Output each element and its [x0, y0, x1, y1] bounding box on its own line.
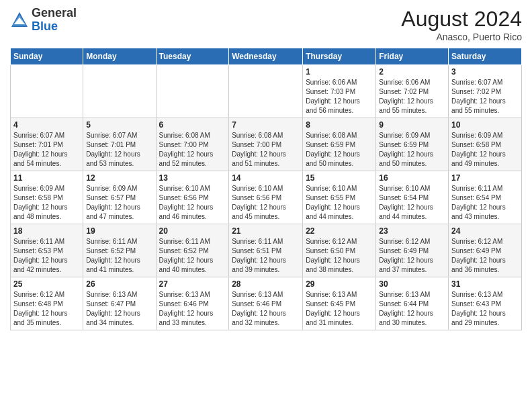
day-info: Sunrise: 6:13 AM Sunset: 6:47 PM Dayligh… [86, 290, 152, 328]
day-number: 1 [306, 67, 373, 77]
day-number: 6 [159, 120, 226, 130]
logo-icon [10, 11, 29, 30]
day-number: 25 [13, 279, 80, 289]
day-info: Sunrise: 6:09 AM Sunset: 6:58 PM Dayligh… [451, 131, 519, 169]
day-number: 19 [86, 226, 152, 236]
calendar-cell [229, 65, 303, 118]
calendar-cell: 11Sunrise: 6:09 AM Sunset: 6:58 PM Dayli… [11, 171, 83, 224]
calendar-cell: 25Sunrise: 6:12 AM Sunset: 6:48 PM Dayli… [11, 277, 83, 330]
calendar-cell: 21Sunrise: 6:11 AM Sunset: 6:51 PM Dayli… [229, 224, 303, 277]
day-number: 26 [86, 279, 152, 289]
day-number: 7 [232, 120, 300, 130]
day-number: 12 [86, 173, 152, 183]
day-info: Sunrise: 6:11 AM Sunset: 6:51 PM Dayligh… [232, 237, 300, 275]
weekday-header-thursday: Thursday [303, 48, 376, 65]
page: General Blue August 2024 Anasco, Puerto … [0, 0, 532, 411]
weekday-header-saturday: Saturday [449, 48, 522, 65]
logo: General Blue [10, 7, 77, 34]
calendar-cell: 4Sunrise: 6:07 AM Sunset: 7:01 PM Daylig… [11, 118, 83, 171]
day-info: Sunrise: 6:08 AM Sunset: 7:00 PM Dayligh… [232, 131, 300, 169]
weekday-header-tuesday: Tuesday [156, 48, 229, 65]
weekday-header-friday: Friday [376, 48, 449, 65]
day-number: 22 [306, 226, 373, 236]
calendar-cell: 27Sunrise: 6:13 AM Sunset: 6:46 PM Dayli… [156, 277, 229, 330]
calendar-cell: 29Sunrise: 6:13 AM Sunset: 6:45 PM Dayli… [303, 277, 376, 330]
day-info: Sunrise: 6:13 AM Sunset: 6:46 PM Dayligh… [159, 290, 226, 328]
day-info: Sunrise: 6:11 AM Sunset: 6:53 PM Dayligh… [13, 237, 80, 275]
day-info: Sunrise: 6:08 AM Sunset: 7:00 PM Dayligh… [159, 131, 226, 169]
title-block: August 2024 Anasco, Puerto Rico [401, 7, 522, 42]
day-info: Sunrise: 6:13 AM Sunset: 6:43 PM Dayligh… [451, 290, 519, 328]
day-number: 16 [379, 173, 445, 183]
weekday-header-sunday: Sunday [11, 48, 83, 65]
day-number: 30 [379, 279, 445, 289]
day-number: 21 [232, 226, 300, 236]
day-number: 23 [379, 226, 445, 236]
calendar-cell: 22Sunrise: 6:12 AM Sunset: 6:50 PM Dayli… [303, 224, 376, 277]
calendar-cell: 20Sunrise: 6:11 AM Sunset: 6:52 PM Dayli… [156, 224, 229, 277]
day-number: 9 [379, 120, 445, 130]
weekday-header-monday: Monday [83, 48, 156, 65]
calendar-cell: 3Sunrise: 6:07 AM Sunset: 7:02 PM Daylig… [449, 65, 522, 118]
day-info: Sunrise: 6:06 AM Sunset: 7:02 PM Dayligh… [379, 78, 445, 116]
day-number: 24 [451, 226, 519, 236]
calendar-cell [156, 65, 229, 118]
day-number: 8 [306, 120, 373, 130]
calendar: SundayMondayTuesdayWednesdayThursdayFrid… [10, 48, 522, 330]
day-info: Sunrise: 6:10 AM Sunset: 6:56 PM Dayligh… [232, 184, 300, 222]
header: General Blue August 2024 Anasco, Puerto … [10, 7, 522, 42]
day-info: Sunrise: 6:10 AM Sunset: 6:56 PM Dayligh… [159, 184, 226, 222]
day-info: Sunrise: 6:09 AM Sunset: 6:57 PM Dayligh… [86, 184, 152, 222]
day-number: 28 [232, 279, 300, 289]
calendar-cell: 9Sunrise: 6:09 AM Sunset: 6:59 PM Daylig… [376, 118, 449, 171]
day-number: 3 [451, 67, 519, 77]
day-number: 31 [451, 279, 519, 289]
day-info: Sunrise: 6:07 AM Sunset: 7:01 PM Dayligh… [13, 131, 80, 169]
day-info: Sunrise: 6:11 AM Sunset: 6:54 PM Dayligh… [451, 184, 519, 222]
month-year: August 2024 [401, 7, 522, 32]
day-info: Sunrise: 6:13 AM Sunset: 6:45 PM Dayligh… [306, 290, 373, 328]
day-info: Sunrise: 6:12 AM Sunset: 6:49 PM Dayligh… [379, 237, 445, 275]
day-info: Sunrise: 6:12 AM Sunset: 6:49 PM Dayligh… [451, 237, 519, 275]
calendar-cell: 5Sunrise: 6:07 AM Sunset: 7:01 PM Daylig… [83, 118, 156, 171]
calendar-cell [11, 65, 83, 118]
day-number: 10 [451, 120, 519, 130]
day-info: Sunrise: 6:11 AM Sunset: 6:52 PM Dayligh… [86, 237, 152, 275]
day-number: 20 [159, 226, 226, 236]
day-info: Sunrise: 6:07 AM Sunset: 7:01 PM Dayligh… [86, 131, 152, 169]
location: Anasco, Puerto Rico [401, 32, 522, 42]
calendar-cell: 1Sunrise: 6:06 AM Sunset: 7:03 PM Daylig… [303, 65, 376, 118]
day-info: Sunrise: 6:12 AM Sunset: 6:50 PM Dayligh… [306, 237, 373, 275]
day-info: Sunrise: 6:09 AM Sunset: 6:59 PM Dayligh… [379, 131, 445, 169]
week-row-4: 25Sunrise: 6:12 AM Sunset: 6:48 PM Dayli… [11, 277, 522, 330]
day-info: Sunrise: 6:12 AM Sunset: 6:48 PM Dayligh… [13, 290, 80, 328]
calendar-cell: 14Sunrise: 6:10 AM Sunset: 6:56 PM Dayli… [229, 171, 303, 224]
day-info: Sunrise: 6:11 AM Sunset: 6:52 PM Dayligh… [159, 237, 226, 275]
calendar-cell: 10Sunrise: 6:09 AM Sunset: 6:58 PM Dayli… [449, 118, 522, 171]
calendar-cell: 19Sunrise: 6:11 AM Sunset: 6:52 PM Dayli… [83, 224, 156, 277]
day-number: 14 [232, 173, 300, 183]
calendar-cell: 7Sunrise: 6:08 AM Sunset: 7:00 PM Daylig… [229, 118, 303, 171]
calendar-cell: 18Sunrise: 6:11 AM Sunset: 6:53 PM Dayli… [11, 224, 83, 277]
logo-general: General [32, 7, 77, 20]
day-number: 4 [13, 120, 80, 130]
day-info: Sunrise: 6:13 AM Sunset: 6:46 PM Dayligh… [232, 290, 300, 328]
day-number: 17 [451, 173, 519, 183]
day-number: 15 [306, 173, 373, 183]
calendar-cell: 2Sunrise: 6:06 AM Sunset: 7:02 PM Daylig… [376, 65, 449, 118]
logo-text: General Blue [32, 7, 77, 34]
day-info: Sunrise: 6:06 AM Sunset: 7:03 PM Dayligh… [306, 78, 373, 116]
day-info: Sunrise: 6:08 AM Sunset: 6:59 PM Dayligh… [306, 131, 373, 169]
week-row-3: 18Sunrise: 6:11 AM Sunset: 6:53 PM Dayli… [11, 224, 522, 277]
calendar-cell: 8Sunrise: 6:08 AM Sunset: 6:59 PM Daylig… [303, 118, 376, 171]
day-number: 2 [379, 67, 445, 77]
weekday-header-wednesday: Wednesday [229, 48, 303, 65]
day-number: 5 [86, 120, 152, 130]
weekday-header-row: SundayMondayTuesdayWednesdayThursdayFrid… [11, 48, 522, 65]
day-number: 27 [159, 279, 226, 289]
calendar-cell: 31Sunrise: 6:13 AM Sunset: 6:43 PM Dayli… [449, 277, 522, 330]
calendar-cell: 23Sunrise: 6:12 AM Sunset: 6:49 PM Dayli… [376, 224, 449, 277]
day-info: Sunrise: 6:09 AM Sunset: 6:58 PM Dayligh… [13, 184, 80, 222]
day-info: Sunrise: 6:10 AM Sunset: 6:55 PM Dayligh… [306, 184, 373, 222]
day-info: Sunrise: 6:07 AM Sunset: 7:02 PM Dayligh… [451, 78, 519, 116]
